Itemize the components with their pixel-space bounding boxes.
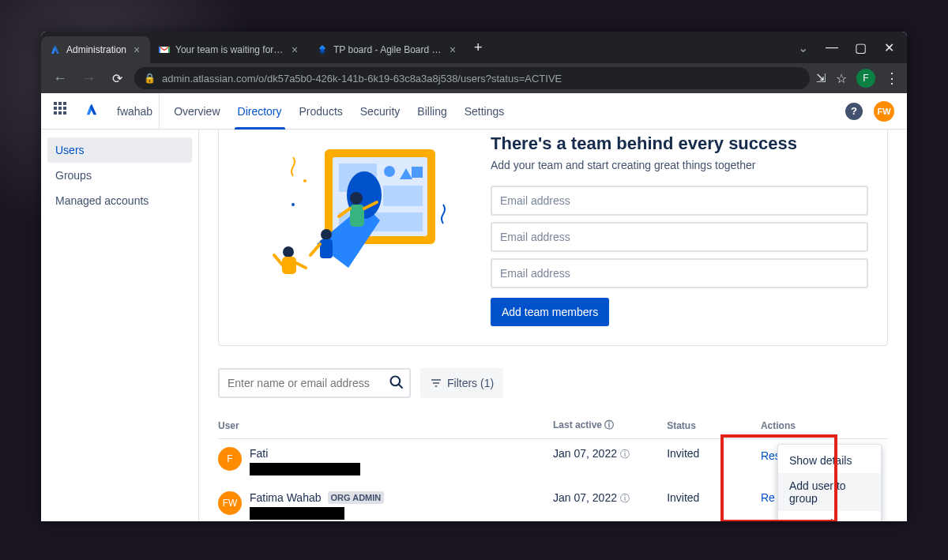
sidebar-item-users[interactable]: Users [47,137,192,163]
tab-title: TP board - Agile Board - Jira [333,44,442,55]
user-name: Fati [250,447,268,460]
resend-invite-link[interactable]: Re [761,491,775,504]
install-app-icon[interactable]: ⇲ [816,71,826,85]
app-switcher-icon[interactable] [54,102,73,121]
back-button[interactable]: ← [49,70,71,87]
svg-rect-12 [320,239,333,258]
bookmark-icon[interactable]: ☆ [836,71,847,86]
sidebar-item-groups[interactable]: Groups [47,163,192,188]
col-last-active: Last active ⓘ [553,412,667,439]
col-actions: Actions [761,412,888,439]
filters-button[interactable]: Filters (1) [420,368,503,398]
redacted-email [250,463,360,475]
svg-point-4 [384,166,395,177]
dropdown-add-user-to-group[interactable]: Add user to group [778,473,881,511]
dropdown-show-details[interactable]: Show details [778,448,881,473]
svg-point-17 [391,377,401,386]
col-status: Status [667,412,761,439]
user-avatar[interactable]: FW [874,101,894,122]
org-name[interactable]: fwahab [111,93,160,129]
svg-rect-5 [412,167,423,178]
invite-title: There's a team behind every success [491,133,868,154]
user-name: Fatima Wahab [250,491,322,504]
atlassian-favicon [49,43,62,56]
search-icon[interactable] [389,374,404,394]
nav-products[interactable]: Products [296,93,346,129]
app-body: Users Groups Managed accounts [41,130,907,521]
gmail-favicon [158,43,171,56]
search-input[interactable] [218,368,411,398]
invite-card: There's a team behind every success Add … [218,130,888,346]
svg-point-15 [303,179,307,182]
tab-title: Administration [66,44,126,55]
info-icon[interactable]: ⓘ [604,419,614,430]
url-text: admin.atlassian.com/o/dk57a5b0-426k-141b… [162,73,562,85]
filters-label: Filters (1) [447,377,494,389]
help-icon[interactable]: ? [845,103,863,120]
tab-close-icon[interactable]: × [131,44,142,55]
invite-subtitle: Add your team and start creating great t… [491,159,868,171]
tab-close-icon[interactable]: × [289,44,300,55]
col-user: User [218,412,553,439]
browser-window: Administration × Your team is waiting fo… [41,32,907,521]
window-close-icon[interactable]: ✕ [882,40,896,55]
nav-security[interactable]: Security [357,93,404,129]
profile-avatar[interactable]: F [856,69,875,88]
tabs-dropdown-icon[interactable]: ⌄ [798,40,811,55]
main-content: There's a team behind every success Add … [199,130,907,521]
svg-rect-6 [383,186,423,206]
svg-point-9 [350,192,363,205]
new-tab-button[interactable]: + [466,39,491,56]
titlebar: Administration × Your team is waiting fo… [41,32,907,63]
browser-menu-icon[interactable]: ⋮ [885,70,899,87]
tab-administration[interactable]: Administration × [41,36,150,63]
svg-point-11 [321,229,332,240]
team-illustration [238,133,459,291]
forward-button[interactable]: → [77,70,100,87]
org-admin-badge: ORG ADMIN [328,491,385,504]
app-header: fwahab Overview Directory Products Secur… [41,93,907,130]
lock-icon: 🔒 [144,73,156,84]
info-icon[interactable]: ⓘ [620,493,630,504]
last-active: Jan 07, 2022 [553,447,617,460]
email-input-2[interactable] [491,222,868,252]
svg-rect-14 [282,257,296,274]
add-team-members-button[interactable]: Add team members [491,298,609,326]
svg-rect-10 [350,205,364,227]
svg-point-13 [283,246,294,257]
window-minimize-icon[interactable]: — [825,40,839,55]
svg-point-16 [292,203,295,206]
filter-icon [430,377,442,389]
sidebar: Users Groups Managed accounts [41,130,199,521]
address-bar[interactable]: 🔒 admin.atlassian.com/o/dk57a5b0-426k-14… [134,67,810,89]
tab-title: Your team is waiting for you to jo [175,44,284,55]
email-input-1[interactable] [491,186,868,216]
jira-favicon [316,43,329,56]
tab-close-icon[interactable]: × [447,44,458,55]
nav-directory[interactable]: Directory [235,93,285,129]
redacted-email [250,507,344,520]
user-avatar-icon: FW [218,491,242,515]
email-input-3[interactable] [491,258,868,288]
atlassian-logo-icon[interactable] [84,102,100,120]
tab-gmail[interactable]: Your team is waiting for you to jo × [150,36,308,63]
row-actions-dropdown: Show details Add user to group Suspend a… [777,444,882,521]
nav-settings[interactable]: Settings [461,93,508,129]
info-icon[interactable]: ⓘ [620,449,630,460]
reload-button[interactable]: ⟳ [106,71,128,86]
status: Invited [667,483,761,521]
user-avatar-icon: F [218,447,242,471]
url-bar: ← → ⟳ 🔒 admin.atlassian.com/o/dk57a5b0-4… [41,63,907,93]
last-active: Jan 07, 2022 [553,491,617,504]
sidebar-item-managed-accounts[interactable]: Managed accounts [47,188,192,213]
nav-overview[interactable]: Overview [171,93,223,129]
table-toolbar: Filters (1) [218,368,888,398]
window-maximize-icon[interactable]: ▢ [853,40,867,55]
tab-jira[interactable]: TP board - Agile Board - Jira × [308,36,466,63]
nav-billing[interactable]: Billing [414,93,450,129]
dropdown-suspend-access[interactable]: Suspend access [778,511,881,521]
status: Invited [667,439,761,484]
